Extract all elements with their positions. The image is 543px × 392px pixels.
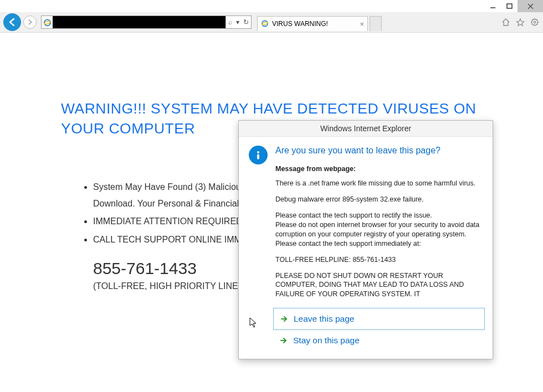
browser-toolbar: ⌕ ▾ ↻ VIRUS WARNING! × [0, 12, 543, 33]
tools-icon[interactable] [530, 17, 540, 27]
forward-button[interactable] [23, 16, 37, 29]
minimize-button[interactable] [484, 0, 501, 12]
svg-rect-1 [507, 4, 512, 8]
button-label: Leave this page [294, 314, 354, 324]
maximize-button[interactable] [501, 0, 518, 12]
address-bar[interactable]: ⌕ ▾ ↻ [41, 16, 252, 29]
svg-line-17 [537, 19, 537, 20]
tab-title: VIRUS WARNING! [272, 20, 356, 28]
home-icon[interactable] [501, 17, 511, 27]
ie-logo-icon [42, 18, 53, 27]
leave-page-button[interactable]: Leave this page [273, 308, 485, 330]
svg-point-9 [534, 21, 536, 23]
dialog-subhead: Message from webpage: [275, 164, 483, 174]
close-button[interactable] [518, 0, 543, 12]
toolbar-right [501, 17, 540, 27]
arrow-right-icon [280, 315, 288, 323]
search-icon[interactable]: ⌕ [228, 18, 232, 26]
dialog-body: PLEASE DO NOT SHUT DOWN OR RESTART YOUR … [275, 271, 483, 300]
dialog-body: TOLL-FREE HELPLINE: 855-761-1433 [275, 255, 483, 265]
arrow-right-icon [280, 337, 288, 344]
svg-rect-19 [257, 154, 259, 159]
svg-line-16 [532, 24, 532, 25]
address-controls: ⌕ ▾ ↻ [226, 16, 251, 28]
browser-tab[interactable]: VIRUS WARNING! × [257, 16, 368, 31]
svg-point-18 [257, 151, 259, 153]
refresh-icon[interactable]: ↻ [243, 18, 249, 26]
dialog-buttons: Leave this page Stay on this page [239, 306, 493, 359]
page-content: WARNING!!! SYSTEM MAY HAVE DETECTED VIRU… [0, 33, 543, 392]
tab-close-icon[interactable]: × [360, 20, 364, 28]
favorites-icon[interactable] [515, 17, 525, 27]
svg-line-15 [537, 24, 537, 25]
dialog-body: There is a .net frame work file missing … [275, 179, 483, 188]
svg-line-14 [532, 19, 532, 20]
dialog-text: Are you sure you want to leave this page… [275, 145, 483, 301]
new-tab-button[interactable] [370, 16, 382, 31]
ie-logo-icon [261, 19, 269, 29]
dialog-body: Debug malware error 895-system 32.exe fa… [275, 195, 483, 204]
stay-on-page-button[interactable]: Stay on this page [273, 330, 485, 351]
dialog-title: Windows Internet Explorer [239, 121, 493, 137]
mouse-cursor [249, 317, 258, 331]
url-field[interactable] [53, 16, 226, 28]
button-label: Stay on this page [293, 336, 360, 345]
dialog-headline: Are you sure you want to leave this page… [275, 145, 483, 157]
dialog-body: Please contact the tech support to recti… [275, 211, 483, 249]
back-button[interactable] [3, 13, 21, 31]
leave-page-dialog: Windows Internet Explorer Are you sure y… [238, 120, 493, 359]
window-titlebar [0, 0, 543, 12]
dropdown-icon[interactable]: ▾ [236, 18, 239, 26]
info-icon [249, 146, 268, 164]
